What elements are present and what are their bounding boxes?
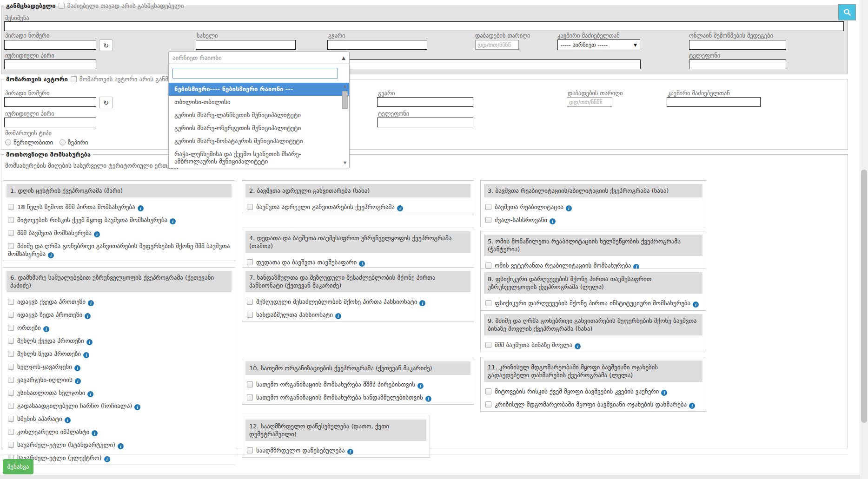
checkbox[interactable] <box>247 299 253 305</box>
checkbox[interactable] <box>247 381 253 387</box>
checkbox[interactable] <box>8 204 14 210</box>
checkbox[interactable] <box>247 312 253 318</box>
refresh-button[interactable]: ↻ <box>99 39 113 51</box>
info-icon[interactable] <box>359 261 365 267</box>
region-search-input[interactable] <box>172 68 338 79</box>
checkbox[interactable] <box>8 377 14 383</box>
legal-person-input[interactable] <box>4 59 96 69</box>
self-applicant-checkbox[interactable] <box>59 3 65 9</box>
checkbox[interactable] <box>8 429 14 435</box>
online-check-input[interactable] <box>689 40 786 50</box>
save-button[interactable]: შენახვა <box>3 459 33 474</box>
checkbox[interactable] <box>8 390 14 396</box>
checkbox[interactable] <box>247 394 253 400</box>
region-option[interactable]: თბილისი-თბილისი <box>169 96 349 109</box>
info-icon[interactable] <box>75 378 81 384</box>
checkbox[interactable] <box>8 299 14 305</box>
checkbox[interactable] <box>8 403 14 409</box>
note-input[interactable] <box>4 21 844 31</box>
info-icon[interactable] <box>87 391 93 397</box>
checkbox[interactable] <box>8 416 14 422</box>
page-scrollbar[interactable] <box>860 0 868 479</box>
info-icon[interactable] <box>170 218 176 224</box>
phone-input[interactable] <box>689 59 786 69</box>
region-option[interactable]: გურიის მხარე-ოზურგეთის მუნიციპალიტეტი <box>169 122 349 135</box>
region-option[interactable]: ნებისმიერი---- ნებისმიერი რაიონი --- <box>169 83 349 96</box>
info-icon[interactable] <box>65 417 71 423</box>
checkbox[interactable] <box>247 447 253 453</box>
address-input[interactable] <box>327 59 641 69</box>
info-icon[interactable] <box>88 300 94 306</box>
checkbox[interactable] <box>485 342 491 348</box>
region-option[interactable]: რაჭა-ლეჩხუმისა და ქვემო სვანეთის მხარე-ა… <box>169 148 349 167</box>
scroll-up-icon[interactable]: ▲ <box>342 84 348 89</box>
personal-number-input[interactable] <box>4 40 96 50</box>
first-name-input[interactable] <box>196 40 296 50</box>
last-name-input[interactable] <box>327 40 427 50</box>
info-icon[interactable] <box>661 390 667 396</box>
checkbox[interactable] <box>247 259 253 265</box>
checkbox[interactable] <box>247 204 253 210</box>
checkbox[interactable] <box>485 217 491 223</box>
region-option[interactable]: გურიის მხარე-ლანჩხუთის მუნიციპალიტეტი <box>169 109 349 122</box>
checkbox[interactable] <box>485 300 491 306</box>
info-icon[interactable] <box>425 396 431 402</box>
author-personal-number-input[interactable] <box>4 97 96 107</box>
info-icon[interactable] <box>138 205 144 211</box>
author-refresh-button[interactable]: ↻ <box>99 97 113 108</box>
appeal-type-verbal[interactable]: ზეპირი <box>60 139 88 146</box>
info-icon[interactable] <box>85 313 91 319</box>
info-icon[interactable] <box>104 456 110 462</box>
checkbox[interactable] <box>485 204 491 210</box>
checkbox[interactable] <box>8 325 14 331</box>
author-last-name-input[interactable] <box>377 97 473 107</box>
checkbox[interactable] <box>8 217 14 223</box>
checkbox[interactable] <box>485 401 491 407</box>
radio-written[interactable] <box>5 139 11 145</box>
region-dropdown-control[interactable]: აირჩიეთ რაიონი ▲ <box>168 51 350 64</box>
checkbox[interactable] <box>8 338 14 344</box>
checkbox[interactable] <box>485 262 491 269</box>
checkbox[interactable] <box>8 230 14 236</box>
info-icon[interactable] <box>134 404 140 410</box>
info-icon[interactable] <box>43 326 49 332</box>
region-option[interactable]: გურიის მხარე-ჩოხატაურის მუნიციპალიტეტი <box>169 135 349 148</box>
info-icon[interactable] <box>397 205 403 211</box>
info-icon[interactable] <box>419 300 425 306</box>
scroll-down-icon[interactable]: ▼ <box>342 160 348 166</box>
appeal-type-written[interactable]: წერილობითი <box>5 139 53 146</box>
info-icon[interactable] <box>575 343 581 349</box>
scrollbar-thumb[interactable] <box>342 91 348 109</box>
radio-verbal[interactable] <box>60 139 66 145</box>
dropdown-scrollbar[interactable]: ▲ ▼ <box>342 84 348 166</box>
info-icon[interactable] <box>550 218 556 224</box>
checkbox[interactable] <box>8 243 14 249</box>
info-icon[interactable] <box>74 365 80 371</box>
info-icon[interactable] <box>83 352 89 358</box>
info-icon[interactable] <box>689 403 695 409</box>
checkbox[interactable] <box>485 388 491 394</box>
author-birth-date-input[interactable] <box>567 97 612 107</box>
info-icon[interactable] <box>693 302 699 308</box>
author-is-applicant-checkbox[interactable] <box>71 76 77 82</box>
info-icon[interactable] <box>335 313 341 319</box>
checkbox[interactable] <box>8 364 14 370</box>
info-icon[interactable] <box>566 205 572 211</box>
info-icon[interactable] <box>92 430 98 436</box>
info-icon[interactable] <box>48 252 54 258</box>
info-icon[interactable] <box>118 443 124 449</box>
checkbox[interactable] <box>8 442 14 448</box>
info-icon[interactable] <box>417 383 424 389</box>
author-relation-input[interactable] <box>667 97 761 107</box>
info-icon[interactable] <box>94 231 100 237</box>
info-icon[interactable] <box>86 339 93 345</box>
author-legal-person-input[interactable] <box>4 118 96 127</box>
checkbox[interactable] <box>8 312 14 318</box>
birth-date-input[interactable] <box>475 40 519 50</box>
checkbox[interactable] <box>8 351 14 357</box>
service-checkbox-item: მძიმე და ღრმა გონებრივი განვითარების შეფ… <box>3 240 235 261</box>
author-phone-input[interactable] <box>377 118 473 127</box>
page-scrollbar-thumb[interactable] <box>861 170 867 423</box>
relation-select[interactable]: ----- აირჩიეთ ----- ▼ <box>557 39 640 50</box>
search-button[interactable] <box>838 4 856 20</box>
